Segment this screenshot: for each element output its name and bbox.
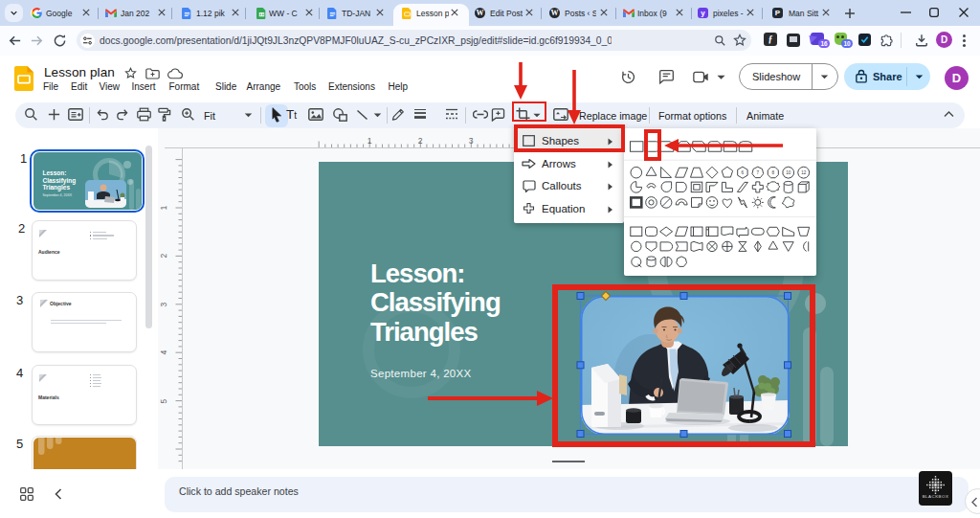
svg-text:3: 3	[159, 302, 168, 306]
svg-text:5: 5	[159, 398, 168, 403]
svg-text:2: 2	[159, 253, 168, 258]
svg-text:BLACKBOX: BLACKBOX	[923, 494, 949, 499]
svg-text:6: 6	[742, 170, 745, 175]
svg-text:12: 12	[801, 170, 807, 175]
svg-text:4: 4	[159, 349, 168, 354]
svg-text:10: 10	[786, 170, 791, 175]
svg-text:7: 7	[757, 170, 760, 175]
svg-text:8: 8	[772, 170, 775, 175]
svg-text:1: 1	[159, 205, 168, 210]
